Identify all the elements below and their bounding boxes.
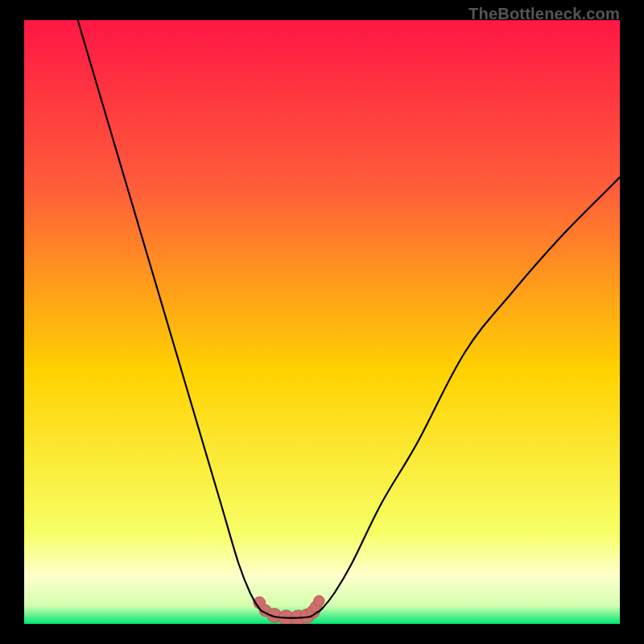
watermark-text: TheBottleneck.com <box>469 5 620 23</box>
valley-marker-dot <box>314 596 324 606</box>
plot-svg <box>24 20 620 624</box>
outer-frame: TheBottleneck.com <box>0 0 644 644</box>
gradient-background <box>24 20 620 624</box>
plot-area <box>24 20 620 624</box>
